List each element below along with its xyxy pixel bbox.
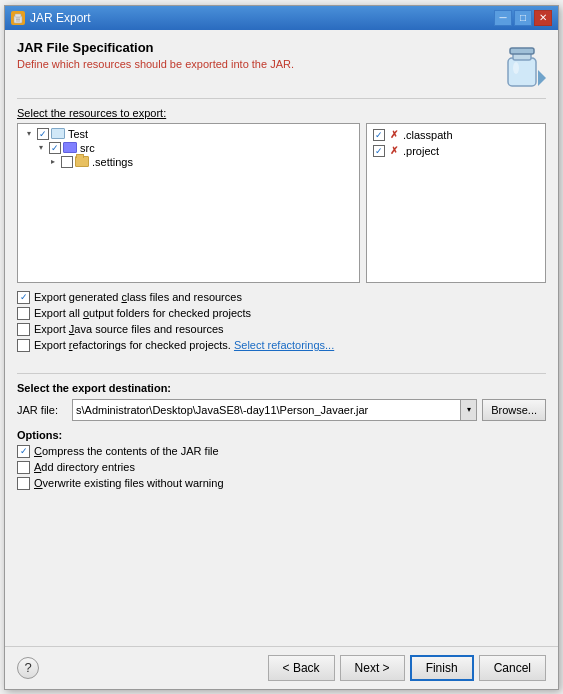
tree-checkbox-settings[interactable] [61, 156, 73, 168]
export-option-4-label: Export refactorings for checked projects… [34, 339, 334, 351]
jar-path-combo[interactable]: ▾ [72, 399, 477, 421]
export-option-1-label: Export generated class files and resourc… [34, 291, 242, 303]
resources-panels: Test src .settings [17, 123, 546, 283]
tree-arrow-src[interactable] [35, 142, 47, 154]
tree-arrow-settings[interactable] [47, 156, 59, 168]
option-compress-label: Compress the contents of the JAR file [34, 445, 219, 457]
section-title: JAR File Specification [17, 40, 294, 55]
jar-path-input[interactable] [73, 400, 460, 420]
cp-x-icon: ✗ [388, 129, 400, 141]
export-option-3-label: Export Java source files and resources [34, 323, 224, 335]
option-directory-label: Add directory entries [34, 461, 135, 473]
tree-item-settings[interactable]: .settings [45, 155, 356, 169]
title-bar: JAR Export ─ □ ✕ [5, 6, 558, 30]
navigation-buttons: < Back Next > Finish Cancel [268, 655, 546, 681]
cp-item-classpath[interactable]: ✗ .classpath [370, 127, 542, 143]
project-tree[interactable]: Test src .settings [17, 123, 360, 283]
destination-section: Select the export destination: JAR file:… [17, 382, 546, 421]
minimize-button[interactable]: ─ [494, 10, 512, 26]
svg-marker-9 [538, 70, 546, 86]
maximize-button[interactable]: □ [514, 10, 532, 26]
folder-icon [75, 156, 89, 167]
export-option-2-label: Export all output folders for checked pr… [34, 307, 251, 319]
option-overwrite-label: Overwrite existing files without warning [34, 477, 224, 489]
tree-label-src: src [80, 142, 95, 154]
next-button[interactable]: Next > [340, 655, 405, 681]
cp-x-icon2: ✗ [388, 145, 400, 157]
header-section: JAR File Specification Define which reso… [17, 40, 546, 99]
classpath-panel[interactable]: ✗ .classpath ✗ .project [366, 123, 546, 283]
export-option-1[interactable]: Export generated class files and resourc… [17, 291, 546, 304]
combo-dropdown-button[interactable]: ▾ [460, 400, 476, 420]
cp-label-classpath: .classpath [403, 129, 453, 141]
tree-label-test: Test [68, 128, 88, 140]
close-button[interactable]: ✕ [534, 10, 552, 26]
checkbox-overwrite[interactable] [17, 477, 30, 490]
tree-checkbox-src[interactable] [49, 142, 61, 154]
option-compress[interactable]: Compress the contents of the JAR file [17, 445, 546, 458]
export-option-2[interactable]: Export all output folders for checked pr… [17, 307, 546, 320]
cp-label-project: .project [403, 145, 439, 157]
checkbox-directory[interactable] [17, 461, 30, 474]
content-area: JAR File Specification Define which reso… [5, 30, 558, 646]
resources-label: Select the resources to export: [17, 107, 546, 119]
jar-icon [498, 40, 546, 90]
tree-item-src[interactable]: src [33, 141, 356, 155]
window-icon [11, 11, 25, 25]
option-overwrite[interactable]: Overwrite existing files without warning [17, 477, 546, 490]
cp-item-project[interactable]: ✗ .project [370, 143, 542, 159]
checkbox-compress[interactable] [17, 445, 30, 458]
export-option-3[interactable]: Export Java source files and resources [17, 323, 546, 336]
export-options: Export generated class files and resourc… [17, 291, 546, 355]
cp-checkbox-project[interactable] [373, 145, 385, 157]
options-section: Options: Compress the contents of the JA… [17, 429, 546, 493]
checkbox-java-source[interactable] [17, 323, 30, 336]
checkbox-output-folders[interactable] [17, 307, 30, 320]
export-option-4[interactable]: Export refactorings for checked projects… [17, 339, 546, 352]
jar-file-label: JAR file: [17, 404, 67, 416]
svg-point-8 [513, 62, 519, 74]
tree-label-settings: .settings [92, 156, 133, 168]
jar-export-window: JAR Export ─ □ ✕ JAR File Specification … [4, 5, 559, 690]
destination-row: JAR file: ▾ Browse... [17, 399, 546, 421]
help-button[interactable]: ? [17, 657, 39, 679]
tree-checkbox-test[interactable] [37, 128, 49, 140]
option-directory[interactable]: Add directory entries [17, 461, 546, 474]
browse-button[interactable]: Browse... [482, 399, 546, 421]
project-icon [51, 128, 65, 139]
select-refactorings-link[interactable]: Select refactorings... [234, 339, 334, 351]
back-button[interactable]: < Back [268, 655, 335, 681]
cp-checkbox-classpath[interactable] [373, 129, 385, 141]
finish-button[interactable]: Finish [410, 655, 474, 681]
destination-label: Select the export destination: [17, 382, 546, 394]
cancel-button[interactable]: Cancel [479, 655, 546, 681]
tree-arrow[interactable] [23, 128, 35, 140]
checkbox-class-files[interactable] [17, 291, 30, 304]
bottom-bar: ? < Back Next > Finish Cancel [5, 646, 558, 689]
window-title: JAR Export [30, 11, 91, 25]
divider-1 [17, 373, 546, 374]
svg-rect-7 [510, 48, 534, 54]
options-label: Options: [17, 429, 546, 441]
svg-rect-5 [508, 58, 536, 86]
tree-item-test[interactable]: Test [21, 127, 356, 141]
svg-rect-1 [15, 14, 21, 17]
checkbox-refactorings[interactable] [17, 339, 30, 352]
src-icon [63, 142, 77, 153]
section-desc: Define which resources should be exporte… [17, 58, 294, 70]
